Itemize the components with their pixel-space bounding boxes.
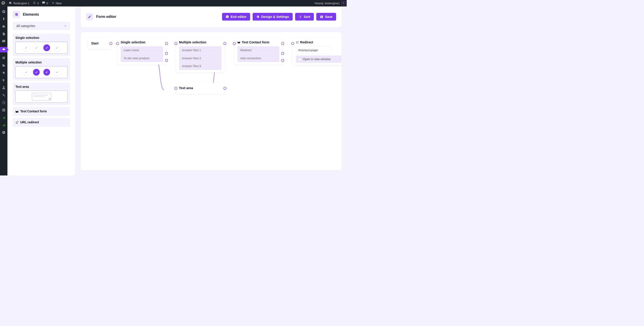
text-area-preview <box>16 90 68 103</box>
multiple-selection-preview <box>16 66 68 78</box>
menu-tools-icon[interactable] <box>2 93 6 97</box>
edit-icon <box>86 13 93 20</box>
node-multiple-selection[interactable]: Multiple selection Answer-Text 1 Answer-… <box>176 38 225 72</box>
menu-media-icon[interactable] <box>2 24 6 28</box>
port-out[interactable] <box>109 42 112 45</box>
node-option[interactable]: Redirect <box>238 46 279 54</box>
element-text-area[interactable]: Text area <box>13 82 70 105</box>
element-single-selection[interactable]: Single selection <box>13 34 70 56</box>
node-text-area[interactable]: Text area <box>176 83 225 94</box>
node-single-selection[interactable]: Single selection Learn more To the next … <box>118 38 166 64</box>
port-out[interactable] <box>281 59 284 62</box>
port-in[interactable] <box>116 42 119 45</box>
menu-pin-icon[interactable] <box>2 17 6 21</box>
user-badge-icon <box>342 1 346 5</box>
menu-widgets-icon[interactable] <box>2 108 6 112</box>
adminbar-comments[interactable]: 0 <box>42 1 48 5</box>
node-start[interactable]: Start <box>88 38 111 49</box>
element-url-redirect[interactable]: URL redirect <box>13 118 70 127</box>
port-out[interactable] <box>224 42 226 45</box>
sort-button[interactable]: Sort <box>295 13 314 20</box>
node-option[interactable]: Learn more <box>120 46 163 54</box>
elements-panel-header: Elements <box>8 6 75 22</box>
port-in[interactable] <box>233 42 236 45</box>
adminbar-new[interactable]: New <box>52 1 62 5</box>
port-out[interactable] <box>281 42 284 45</box>
port-in[interactable] <box>291 42 294 45</box>
element-contact-form[interactable]: Test Contact form <box>13 107 70 116</box>
svg-rect-9 <box>4 110 5 111</box>
port-out[interactable] <box>165 59 168 62</box>
refresh-icon <box>299 15 302 18</box>
new-window-checkbox-row[interactable]: Open in new window <box>296 55 342 63</box>
editor-header: Form editor Exit editor Design & Setting… <box>81 6 342 27</box>
menu-formbuilder-icon[interactable] <box>0 47 8 52</box>
svg-rect-2 <box>4 57 4 57</box>
new-window-checkbox[interactable] <box>298 58 301 60</box>
single-selection-preview <box>16 42 68 54</box>
wp-admin-bar: Testengine 1 3 0 New Howdy, testengine1 <box>0 0 347 6</box>
node-option[interactable]: Answer-Text 1 <box>179 46 222 54</box>
menu-play-icon[interactable] <box>2 130 6 134</box>
adminbar-updates[interactable]: 3 <box>33 1 39 5</box>
port-in[interactable] <box>174 87 177 90</box>
menu-users-icon[interactable] <box>2 86 6 90</box>
external-link-icon <box>296 41 299 44</box>
form-canvas[interactable]: Start Single selection Learn more To the… <box>81 32 342 170</box>
elements-panel-title: Elements <box>23 12 39 16</box>
save-icon <box>320 15 323 18</box>
menu-comments-icon[interactable] <box>2 39 6 43</box>
envelope-icon <box>238 41 240 44</box>
adminbar-user[interactable]: Howdy, testengine1 <box>314 1 346 5</box>
menu-settings-icon[interactable] <box>2 101 6 105</box>
wordpress-icon[interactable] <box>1 1 5 6</box>
chevron-down-icon <box>64 24 67 27</box>
menu-leaf2-icon[interactable] <box>2 123 6 127</box>
elements-panel: Elements All categories Single selection <box>8 6 75 175</box>
node-option[interactable]: Answer-Text 2 <box>179 54 222 62</box>
menu-pages-icon[interactable] <box>2 32 6 36</box>
adminbar-site-name[interactable]: Testengine 1 <box>9 1 30 5</box>
menu-elementor-icon[interactable] <box>2 56 6 60</box>
menu-leaf1-icon[interactable] <box>2 115 6 120</box>
port-out[interactable] <box>165 42 168 45</box>
svg-rect-6 <box>2 109 4 110</box>
node-option[interactable]: Add connection <box>238 54 279 62</box>
port-out[interactable] <box>281 52 284 55</box>
port-out[interactable] <box>224 87 226 90</box>
menu-appearance-icon[interactable] <box>2 71 6 75</box>
svg-rect-7 <box>4 109 5 110</box>
editor-title: Form editor <box>96 15 116 19</box>
external-link-icon <box>16 121 18 124</box>
category-dropdown[interactable]: All categories <box>13 22 70 30</box>
exit-editor-button[interactable]: Exit editor <box>222 13 250 20</box>
node-option[interactable]: Answer-Text 3 <box>179 62 222 70</box>
redirect-url-input[interactable] <box>296 46 332 54</box>
node-redirect[interactable]: Redirect Open in new window <box>293 38 342 65</box>
node-contact-form[interactable]: Test Contact form Redirect Add connectio… <box>234 38 282 64</box>
design-settings-button[interactable]: Design & Settings <box>253 13 293 20</box>
gear-icon <box>256 15 260 18</box>
svg-rect-8 <box>2 110 4 111</box>
menu-dashboard-icon[interactable] <box>2 9 6 14</box>
svg-rect-3 <box>4 58 4 58</box>
element-multiple-selection[interactable]: Multiple selection <box>13 58 70 81</box>
menu-plugins-icon[interactable] <box>2 78 6 82</box>
save-button[interactable]: Save <box>316 13 336 20</box>
port-in[interactable] <box>174 42 177 45</box>
envelope-icon <box>16 110 18 113</box>
wp-admin-menu <box>0 6 8 175</box>
svg-point-0 <box>2 56 5 59</box>
menu-templates-icon[interactable] <box>2 63 6 67</box>
node-option[interactable]: To the next product <box>120 54 163 62</box>
elements-gear-icon <box>13 11 20 18</box>
port-out[interactable] <box>165 52 168 55</box>
close-circle-icon <box>226 15 229 18</box>
